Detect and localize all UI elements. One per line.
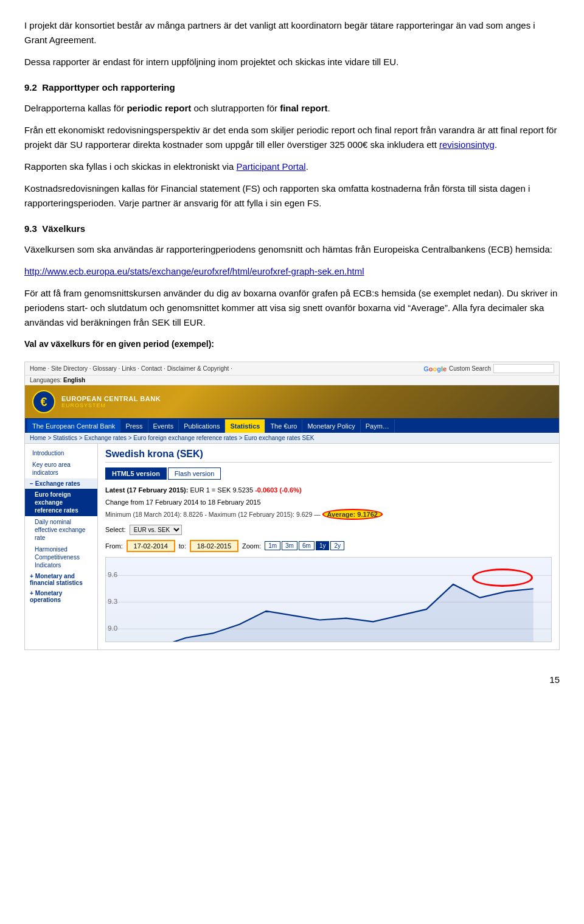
paragraph-8: Växelkursen som ska användas är rapporte… (24, 242, 560, 257)
ecb-nav-item-0[interactable]: The European Central Bank (27, 419, 120, 433)
section-93-heading: 9.3 Växelkurs (24, 222, 560, 236)
google-search-input[interactable] (493, 364, 554, 373)
sidebar-toggle-monetary: + (30, 573, 33, 579)
ecb-bank-name: EUROPEAN CENTRAL BANK (61, 395, 161, 402)
ecb-from-label: From: (105, 542, 123, 550)
ecb-zoom-2y[interactable]: 2y (330, 541, 344, 550)
revisionsintyg-link[interactable]: revisionsintyg (439, 139, 495, 150)
section-93-title: Växelkurs (42, 223, 85, 234)
paragraph-10: För att få fram genomsnittskursen använd… (24, 286, 560, 330)
ecb-zoom-3m[interactable]: 3m (282, 541, 297, 550)
ecb-content: Swedish krona (SEK) HTML5 version Flash … (98, 444, 559, 649)
ecb-rate-change-label: Change from 17 February 2014 to 18 Febru… (105, 497, 552, 509)
ecb-content-title: Swedish krona (SEK) (105, 449, 552, 463)
ecb-select-label: Select: (105, 526, 126, 533)
section-number: 9.2 (24, 82, 37, 93)
ecb-currency-select[interactable]: EUR vs. SEK (130, 525, 182, 535)
ecb-nav-item-3[interactable]: Publications (179, 419, 225, 433)
ecb-nav-item-4[interactable]: Statistics (225, 419, 265, 433)
section-title: Rapporttyper och rapportering (42, 82, 175, 93)
ecb-chart-svg: 9.6 9.3 9.0 8.7 Mar 14 Jun 14 Sep 14 Nov… (106, 558, 551, 642)
ecb-rate-latest-line: Latest (17 February 2015): EUR 1 = SEK 9… (105, 485, 552, 497)
ecb-rate-minmax: Minimum (18 March 2014): 8.8226 - Maximu… (105, 509, 552, 521)
section-93-number: 9.3 (24, 223, 37, 234)
ecb-zoom-1y[interactable]: 1y (316, 541, 330, 550)
paragraph-9: http://www.ecb.europa.eu/stats/exchange/… (24, 264, 560, 279)
sidebar-section-monetary[interactable]: +Monetary and financial statistics (25, 571, 97, 588)
ecb-average-value: 9.1762 (357, 511, 378, 518)
ecb-average-label: Average: (327, 511, 356, 518)
ecb-nav-item-1[interactable]: Press (120, 419, 148, 433)
ecb-name-area: EUROPEAN CENTRAL BANK EUROSYSTEM (61, 395, 161, 408)
paragraph-6: Kostnadsredovisningen kallas för Financi… (24, 181, 560, 211)
ecb-nav-item-2[interactable]: Events (148, 419, 179, 433)
ecb-rate-info: Latest (17 February 2015): EUR 1 = SEK 9… (105, 485, 552, 520)
para5-end: . (306, 161, 308, 172)
ecb-rate-latest-label: Latest (17 February 2015): (105, 486, 188, 494)
ecb-google-search: Google Custom Search (423, 364, 554, 373)
sidebar-item-harmonised[interactable]: Harmonised Competitiveness Indicators (25, 544, 97, 571)
ecb-mainnav: The European Central Bank Press Events P… (25, 419, 559, 433)
ecb-breadcrumb: Home > Statistics > Exchange rates > Eur… (25, 433, 559, 444)
ecb-topnav-links: Home · Site Directory · Glossary · Links… (30, 365, 232, 372)
ecb-rate-value: EUR 1 = SEK 9.5235 (190, 486, 253, 494)
svg-text:9.3: 9.3 (108, 597, 117, 605)
ecb-screenshot: Home · Site Directory · Glossary · Links… (24, 362, 560, 649)
ecb-logo-area: € (32, 390, 55, 413)
final-report-bold: final report (280, 103, 327, 113)
para4-end: . (495, 139, 497, 150)
sidebar-item-daily-nominal[interactable]: Daily nominal effective exchange rate (25, 516, 97, 544)
ecb-version-tabs: HTML5 version Flash version (105, 467, 552, 480)
ecb-langbar: Languages: English (25, 376, 559, 385)
paragraph-3: Delrapporterna kallas för periodic repor… (24, 101, 560, 116)
language-selected: English (63, 377, 85, 383)
ecb-url-link[interactable]: http://www.ecb.europa.eu/stats/exchange/… (24, 266, 364, 276)
ecb-nav-item-5[interactable]: The €uro (265, 419, 302, 433)
ecb-chart: 9.6 9.3 9.0 8.7 Mar 14 Jun 14 Sep 14 Nov… (105, 557, 552, 642)
ecb-nav-item-6[interactable]: Monetary Policy (302, 419, 360, 433)
svg-marker-8 (133, 584, 534, 642)
ecb-average-highlight: Average: 9.1762 (322, 509, 383, 520)
section-92-heading: 9.2 Rapporttyper och rapportering (24, 80, 560, 95)
ecb-sidebar: Introduction Key euro area indicators −E… (25, 444, 98, 649)
sidebar-section-exchange-rates[interactable]: −Exchange rates (25, 478, 97, 489)
ecb-from-input[interactable] (127, 540, 175, 552)
sidebar-item-introduction[interactable]: Introduction (25, 447, 97, 459)
sidebar-item-key-indicators[interactable]: Key euro area indicators (25, 459, 97, 478)
paragraph-1: I projekt där konsortiet består av många… (24, 18, 560, 47)
para3-text2: och slutrapporten för (191, 103, 280, 113)
paragraph-2: Dessa rapporter är endast för intern upp… (24, 55, 560, 69)
ecb-to-input[interactable] (190, 540, 238, 552)
para3-text1: Delrapporterna kallas för (24, 103, 127, 113)
participant-portal-link[interactable]: Participant Portal (236, 161, 305, 172)
svg-text:9.6: 9.6 (108, 570, 117, 578)
sidebar-toggle-operations: + (30, 590, 33, 597)
custom-search-label: Custom Search (449, 365, 491, 372)
ecb-topnav: Home · Site Directory · Glossary · Links… (25, 362, 559, 376)
ecb-zoom-label: Zoom: (242, 542, 261, 550)
ecb-tab-html5[interactable]: HTML5 version (105, 467, 167, 480)
ecb-zoom-buttons: 1m 3m 6m 1y 2y (265, 541, 344, 550)
sidebar-item-euro-fx[interactable]: Euro foreign exchange reference rates (25, 489, 97, 516)
caption-text: Val av växelkurs för en given period (ex… (24, 337, 560, 351)
ecb-tab-flash[interactable]: Flash version (168, 467, 221, 480)
language-prefix: Languages: (30, 377, 61, 383)
ecb-nav-item-7[interactable]: Paym… (361, 419, 395, 433)
ecb-rate-change: -0.0603 (-0.6%) (255, 486, 301, 494)
ecb-zoom-6m[interactable]: 6m (299, 541, 315, 550)
ecb-euro-icon: € (32, 390, 55, 413)
sidebar-section-operations[interactable]: +Monetary operations (25, 588, 97, 605)
google-logo: Google (423, 365, 447, 373)
ecb-header: € EUROPEAN CENTRAL BANK EUROSYSTEM (25, 385, 559, 419)
page-number: 15 (24, 674, 560, 685)
ecb-date-row: From: to: Zoom: 1m 3m 6m 1y 2y (105, 540, 552, 552)
paragraph-4: Från ett ekonomiskt redovisningsperspekt… (24, 123, 560, 152)
ecb-select-row: Select: EUR vs. SEK (105, 525, 552, 535)
ecb-body: Introduction Key euro area indicators −E… (25, 444, 559, 649)
ecb-to-label: to: (179, 542, 186, 550)
ecb-eurosystem-label: EUROSYSTEM (61, 402, 161, 408)
periodic-report-bold: periodic report (127, 103, 191, 113)
para3-end: . (328, 103, 330, 113)
ecb-zoom-1m[interactable]: 1m (265, 541, 280, 550)
sidebar-toggle-exchange: − (30, 480, 33, 487)
